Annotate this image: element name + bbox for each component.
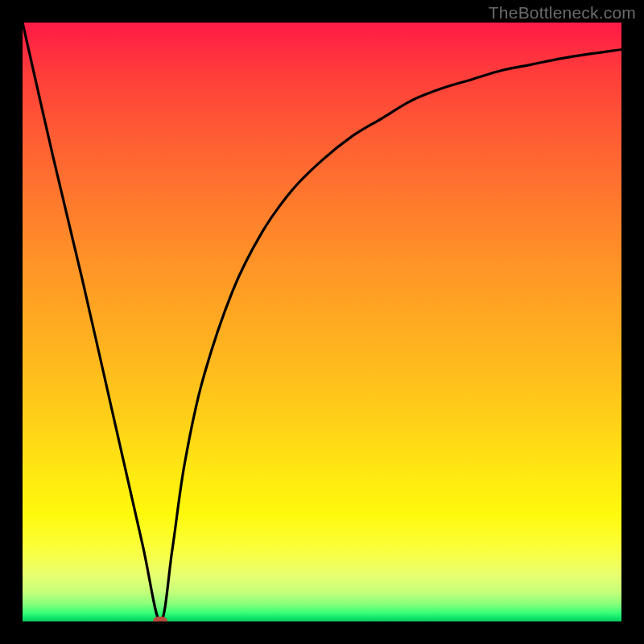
watermark-text: TheBottleneck.com [489, 3, 636, 23]
bottleneck-curve [23, 23, 621, 621]
minimum-marker-icon [153, 617, 167, 621]
chart-frame: TheBottleneck.com [0, 0, 644, 644]
plot-area [23, 23, 621, 621]
curve-layer [23, 23, 621, 621]
